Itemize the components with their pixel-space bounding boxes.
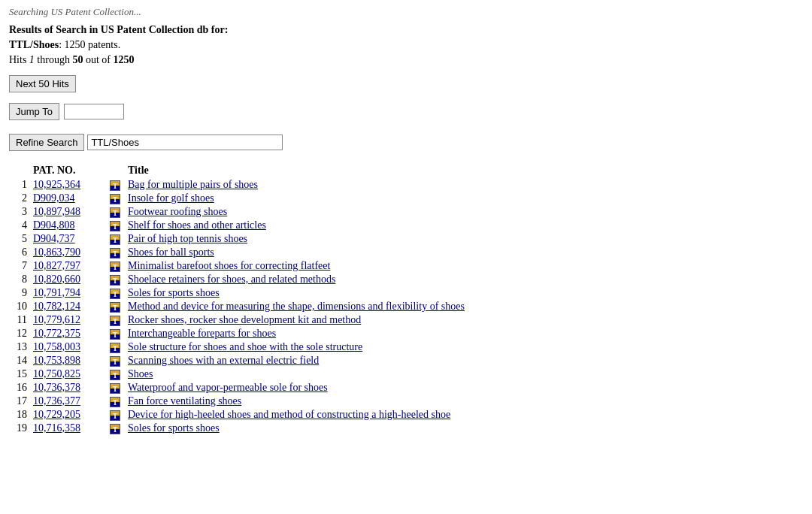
patent-title-cell[interactable]: Shoes for ball sports (125, 246, 803, 259)
patent-image-icon[interactable]: T (110, 356, 120, 367)
patent-title-link[interactable]: Bag for multiple pairs of shoes (128, 179, 258, 190)
patent-image-icon[interactable]: T (110, 329, 120, 340)
patent-title-link[interactable]: Sole structure for shoes and shoe with t… (128, 341, 362, 352)
patent-title-cell[interactable]: Rocker shoes, rocker shoe development ki… (125, 313, 803, 327)
patent-number-link[interactable]: 10,791,794 (33, 287, 80, 298)
patent-title-link[interactable]: Waterproof and vapor-permeable sole for … (128, 382, 328, 393)
patent-image-icon[interactable]: T (110, 194, 120, 204)
patent-number-link[interactable]: 10,736,377 (33, 395, 80, 407)
patent-title-cell[interactable]: Shelf for shoes and other articles (125, 219, 803, 232)
patent-image-icon[interactable]: T (110, 234, 120, 245)
patent-title-link[interactable]: Fan force ventilating shoes (128, 395, 241, 407)
patent-number-link[interactable]: 10,827,797 (33, 260, 80, 271)
patent-title-cell[interactable]: Waterproof and vapor-permeable sole for … (125, 381, 803, 395)
patent-number[interactable]: 10,863,790 (30, 246, 105, 259)
patent-number-link[interactable]: 10,758,003 (33, 341, 80, 352)
jump-to-input[interactable] (64, 104, 124, 119)
patent-title-cell[interactable]: Footwear roofing shoes (125, 205, 803, 219)
patent-title-link[interactable]: Footwear roofing shoes (128, 206, 227, 217)
patent-number-link[interactable]: 10,779,612 (33, 314, 80, 325)
patent-number[interactable]: 10,827,797 (30, 259, 105, 273)
patent-number-link[interactable]: 10,925,364 (33, 179, 80, 190)
patent-image-icon[interactable]: T (110, 397, 120, 407)
patent-number[interactable]: 10,753,898 (30, 354, 105, 367)
patent-title-cell[interactable]: Shoelace retainers for shoes, and relate… (125, 273, 803, 286)
patent-image-icon[interactable]: T (110, 180, 120, 191)
patent-number[interactable]: 10,820,660 (30, 273, 105, 286)
jump-to-button[interactable]: Jump To (9, 103, 59, 120)
patent-title-link[interactable]: Shoes (128, 368, 153, 379)
patent-number-link[interactable]: 10,716,358 (33, 422, 80, 434)
patent-title-link[interactable]: Device for high-heeled shoes and method … (128, 409, 450, 420)
patent-number[interactable]: 10,925,364 (30, 178, 105, 192)
patent-title-link[interactable]: Method and device for measuring the shap… (128, 301, 465, 312)
patent-title-link[interactable]: Shoes for ball sports (128, 246, 214, 258)
patent-title-cell[interactable]: Bag for multiple pairs of shoes (125, 178, 803, 192)
patent-number-link[interactable]: 10,782,124 (33, 301, 80, 312)
patent-image-icon[interactable]: T (110, 289, 120, 299)
patent-number-link[interactable]: 10,753,898 (33, 355, 80, 366)
patent-title-cell[interactable]: Fan force ventilating shoes (125, 395, 803, 408)
patent-number[interactable]: 10,897,948 (30, 205, 105, 219)
patent-number-link[interactable]: D904,737 (33, 233, 75, 244)
patent-title-link[interactable]: Soles for sports shoes (128, 422, 220, 434)
patent-title-link[interactable]: Interchangeable foreparts for shoes (128, 328, 276, 339)
patent-image-icon[interactable]: T (110, 275, 120, 286)
patent-title-cell[interactable]: Insole for golf shoes (125, 192, 803, 205)
patent-number[interactable]: 10,736,377 (30, 395, 105, 408)
patent-number-link[interactable]: 10,736,378 (33, 382, 80, 393)
patent-number-link[interactable]: 10,820,660 (33, 274, 80, 285)
patent-title-cell[interactable]: Minimalist barefoot shoes for correcting… (125, 259, 803, 273)
patent-title-cell[interactable]: Shoes (125, 367, 803, 381)
patent-title-link[interactable]: Shoelace retainers for shoes, and relate… (128, 274, 335, 285)
patent-image-icon[interactable]: T (110, 221, 120, 231)
patent-number-link[interactable]: 10,729,205 (33, 409, 80, 420)
patent-number[interactable]: 10,782,124 (30, 300, 105, 313)
patent-number-link[interactable]: D909,034 (33, 192, 75, 204)
patent-title-cell[interactable]: Pair of high top tennis shoes (125, 232, 803, 246)
patent-number[interactable]: 10,772,375 (30, 327, 105, 340)
patent-number[interactable]: 10,716,358 (30, 422, 105, 435)
patent-number[interactable]: 10,729,205 (30, 408, 105, 422)
patent-title-cell[interactable]: Sole structure for shoes and shoe with t… (125, 340, 803, 354)
patent-title-cell[interactable]: Device for high-heeled shoes and method … (125, 408, 803, 422)
patent-title-link[interactable]: Insole for golf shoes (128, 192, 214, 204)
refine-search-input[interactable] (87, 135, 283, 150)
patent-number-link[interactable]: D904,808 (33, 219, 75, 231)
patent-number-link[interactable]: 10,772,375 (33, 328, 80, 339)
patent-title-link[interactable]: Shelf for shoes and other articles (128, 219, 266, 231)
patent-title-cell[interactable]: Interchangeable foreparts for shoes (125, 327, 803, 340)
patent-number[interactable]: 10,758,003 (30, 340, 105, 354)
patent-title-link[interactable]: Minimalist barefoot shoes for correcting… (128, 260, 330, 271)
patent-title-cell[interactable]: Soles for sports shoes (125, 286, 803, 300)
patent-title-link[interactable]: Pair of high top tennis shoes (128, 233, 247, 244)
patent-number[interactable]: D904,808 (30, 219, 105, 232)
patent-number[interactable]: 10,750,825 (30, 367, 105, 381)
patent-image-icon[interactable]: T (110, 207, 120, 218)
patent-title-cell[interactable]: Scanning shoes with an external electric… (125, 354, 803, 367)
next-50-button[interactable]: Next 50 Hits (9, 75, 76, 92)
patent-image-icon[interactable]: T (110, 370, 120, 380)
patent-number[interactable]: D909,034 (30, 192, 105, 205)
patent-image-icon[interactable]: T (110, 383, 120, 394)
patent-number[interactable]: D904,737 (30, 232, 105, 246)
patent-number-link[interactable]: 10,863,790 (33, 246, 80, 258)
patent-title-cell[interactable]: Method and device for measuring the shap… (125, 300, 803, 313)
patent-number-link[interactable]: 10,750,825 (33, 368, 80, 379)
patent-title-cell[interactable]: Soles for sports shoes (125, 422, 803, 435)
patent-image-icon[interactable]: T (110, 302, 120, 313)
patent-image-icon[interactable]: T (110, 424, 120, 434)
refine-search-button[interactable]: Refine Search (9, 134, 84, 151)
patent-title-link[interactable]: Rocker shoes, rocker shoe development ki… (128, 314, 361, 325)
patent-number[interactable]: 10,779,612 (30, 313, 105, 327)
patent-image-icon[interactable]: T (110, 343, 120, 353)
patent-number[interactable]: 10,736,378 (30, 381, 105, 395)
patent-number-link[interactable]: 10,897,948 (33, 206, 80, 217)
patent-image-icon[interactable]: T (110, 316, 120, 326)
patent-image-icon[interactable]: T (110, 262, 120, 272)
patent-number[interactable]: 10,791,794 (30, 286, 105, 300)
patent-title-link[interactable]: Scanning shoes with an external electric… (128, 355, 319, 366)
patent-image-icon[interactable]: T (110, 248, 120, 259)
patent-image-icon[interactable]: T (110, 410, 120, 421)
patent-title-link[interactable]: Soles for sports shoes (128, 287, 220, 298)
